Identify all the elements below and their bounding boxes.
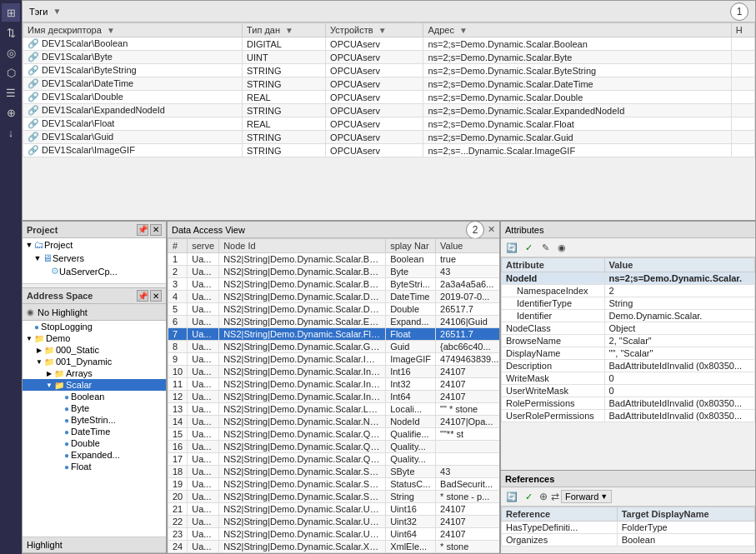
- data-access-close[interactable]: ✕: [488, 224, 495, 235]
- data-access-row[interactable]: 8 Ua... NS2|String|Demo.Dynamic.Scalar.G…: [168, 341, 500, 353]
- address-tree-node[interactable]: ● StopLogging: [23, 321, 166, 332]
- address-tree-node[interactable]: ● Byte: [23, 402, 166, 414]
- data-access-row[interactable]: 24 Ua... NS2|String|Demo.Dynamic.Scalar.…: [168, 541, 500, 553]
- tag-address: ns=2;s=...Dynamic.Scalar.ImageGIF: [423, 144, 731, 157]
- data-access-row[interactable]: 17 Ua... NS2|String|Demo.Dynamic.Scalar.…: [168, 453, 500, 466]
- ref-row[interactable]: Organizes Boolean: [502, 534, 755, 547]
- tags-table-row[interactable]: 🔗DEV1Scalar\Guid STRING OPCUAserv ns=2;s…: [23, 131, 755, 144]
- address-tree-node[interactable]: ▼ 📁 Scalar: [23, 379, 166, 391]
- tags-table-row[interactable]: 🔗DEV1Scalar\Float REAL OPCUAserv ns=2;s=…: [23, 117, 755, 131]
- address-tree-node[interactable]: ● DateTime: [23, 426, 166, 437]
- tree-node-project[interactable]: ▼ 🗂 Project: [23, 238, 166, 252]
- col-nodeid: Node Id: [219, 239, 386, 253]
- data-access-row[interactable]: 18 Ua... NS2|String|Demo.Dynamic.Scalar.…: [168, 466, 500, 478]
- attributes-scroll[interactable]: Attribute Value NodeId ns=2;s=Demo.Dynam…: [501, 257, 755, 470]
- tags-table-row[interactable]: 🔗DEV1Scalar\DateTime STRING OPCUAserv ns…: [23, 77, 755, 91]
- tree-node-servers[interactable]: ▼ 🖥 Servers: [23, 252, 166, 265]
- data-access-row[interactable]: 6 Ua... NS2|String|Demo.Dynamic.Scalar.E…: [168, 316, 500, 328]
- data-access-scroll[interactable]: # serve Node Id splay Nar Value 1 Ua... …: [168, 238, 499, 553]
- tree-arrow: ▶: [34, 347, 44, 354]
- attr-row[interactable]: RolePermissions BadAttributeIdInvalid (0…: [502, 397, 755, 410]
- attr-name: Description: [502, 360, 605, 372]
- toolbar-btn-doc[interactable]: ☰: [2, 83, 20, 102]
- attr-row[interactable]: Identifier Demo.Dynamic.Scalar.: [502, 310, 755, 322]
- attr-row[interactable]: NodeId ns=2;s=Demo.Dynamic.Scalar.: [502, 272, 755, 285]
- attr-row[interactable]: WriteMask 0: [502, 372, 755, 385]
- references-scroll[interactable]: Reference Target DisplayName HasTypeDefi…: [501, 507, 755, 553]
- address-space-close-btn[interactable]: ✕: [150, 290, 162, 302]
- data-access-row[interactable]: 23 Ua... NS2|String|Demo.Dynamic.Scalar.…: [168, 528, 500, 541]
- address-tree-node[interactable]: ▼ 📁 001_Dynamic: [23, 356, 166, 367]
- data-access-row[interactable]: 13 Ua... NS2|String|Demo.Dynamic.Scalar.…: [168, 403, 500, 416]
- address-space-pin-btn[interactable]: 📌: [137, 290, 148, 302]
- ref-check-btn[interactable]: ✓: [521, 489, 536, 504]
- toolbar-btn-arrows[interactable]: ⇅: [2, 23, 20, 42]
- toolbar-btn-network[interactable]: ⊞: [2, 3, 20, 22]
- ref-row[interactable]: HasTypeDefiniti... FolderType: [502, 522, 755, 534]
- tag-type: UINT: [243, 51, 326, 64]
- attr-row[interactable]: IdentifierType String: [502, 297, 755, 310]
- data-access-row[interactable]: 9 Ua... NS2|String|Demo.Dynamic.Scalar.I…: [168, 353, 500, 366]
- attr-circle-btn[interactable]: ◉: [554, 240, 569, 255]
- da-display: Double: [386, 303, 436, 316]
- address-tree-node[interactable]: ● ByteStrin...: [23, 414, 166, 426]
- tags-table-row[interactable]: 🔗DEV1Scalar\Double REAL OPCUAserv ns=2;s…: [23, 91, 755, 104]
- attr-row[interactable]: BrowseName 2, "Scalar": [502, 335, 755, 347]
- data-access-row[interactable]: 14 Ua... NS2|String|Demo.Dynamic.Scalar.…: [168, 416, 500, 428]
- ref-refresh-btn[interactable]: 🔄: [504, 489, 519, 504]
- attr-row[interactable]: UserWriteMask 0: [502, 385, 755, 397]
- tags-table-scroll[interactable]: Имя дескриптора ▼ Тип дан ▼ Устройств ▼ …: [23, 22, 755, 157]
- tags-table-body: 🔗DEV1Scalar\Boolean DIGITAL OPCUAserv ns…: [23, 37, 755, 157]
- data-access-row[interactable]: 19 Ua... NS2|String|Demo.Dynamic.Scalar.…: [168, 478, 500, 491]
- toolbar-btn-plus[interactable]: ⊕: [2, 103, 20, 122]
- attr-edit-btn[interactable]: ✎: [538, 240, 553, 255]
- data-access-row[interactable]: 3 Ua... NS2|String|Demo.Dynamic.Scalar.B…: [168, 278, 500, 291]
- address-tree-node[interactable]: ● Float: [23, 461, 166, 472]
- data-access-row[interactable]: 1 Ua... NS2|String|Demo.Dynamic.Scalar.B…: [168, 253, 500, 266]
- address-tree-node[interactable]: ▼ 📁 Demo: [23, 332, 166, 344]
- attr-check-btn[interactable]: ✓: [521, 240, 536, 255]
- da-display: Quality...: [386, 441, 436, 453]
- address-tree-node[interactable]: ● Boolean: [23, 391, 166, 402]
- address-tree-node[interactable]: ▶ 📁 Arrays: [23, 367, 166, 379]
- attr-row[interactable]: UserRolePermissions BadAttributeIdInvali…: [502, 410, 755, 422]
- data-access-row[interactable]: 11 Ua... NS2|String|Demo.Dynamic.Scalar.…: [168, 378, 500, 391]
- attr-row[interactable]: NamespaceIndex 2: [502, 285, 755, 297]
- attr-row[interactable]: NodeClass Object: [502, 322, 755, 335]
- data-access-row[interactable]: 16 Ua... NS2|String|Demo.Dynamic.Scalar.…: [168, 441, 500, 453]
- data-access-row[interactable]: 20 Ua... NS2|String|Demo.Dynamic.Scalar.…: [168, 491, 500, 503]
- da-value: 24107: [436, 366, 499, 378]
- tags-table-row[interactable]: 🔗DEV1Scalar\Byte UINT OPCUAserv ns=2;s=D…: [23, 51, 755, 64]
- attr-refresh-btn[interactable]: 🔄: [504, 240, 519, 255]
- data-access-row[interactable]: 15 Ua... NS2|String|Demo.Dynamic.Scalar.…: [168, 428, 500, 441]
- toolbar-btn-down[interactable]: ↓: [2, 123, 20, 142]
- da-value: 24107: [436, 528, 499, 541]
- toolbar-btn-circle[interactable]: ◎: [2, 43, 20, 62]
- data-access-row[interactable]: 4 Ua... NS2|String|Demo.Dynamic.Scalar.D…: [168, 291, 500, 303]
- da-display: Quality...: [386, 453, 436, 466]
- data-access-row[interactable]: 2 Ua... NS2|String|Demo.Dynamic.Scalar.B…: [168, 266, 500, 278]
- tags-table-row[interactable]: 🔗DEV1Scalar\ImageGIF STRING OPCUAserv ns…: [23, 144, 755, 157]
- address-space-tree-scroll[interactable]: ● StopLogging ▼ 📁 Demo ▶ 📁 000_Static ▼ …: [23, 321, 166, 537]
- toolbar-btn-shield[interactable]: ⬡: [2, 63, 20, 82]
- attr-row[interactable]: DisplayName "", "Scalar": [502, 347, 755, 360]
- project-tree[interactable]: ▼ 🗂 Project ▼ 🖥 Servers ⚙ UaServerCp...: [23, 238, 166, 284]
- tree-node-uaserver[interactable]: ⚙ UaServerCp...: [23, 265, 166, 277]
- address-tree-node[interactable]: ● Double: [23, 437, 166, 449]
- tags-table-row[interactable]: 🔗DEV1Scalar\ExpandedNodeId STRING OPCUAs…: [23, 104, 755, 117]
- forward-button[interactable]: Forward ▼: [561, 490, 612, 503]
- data-access-row[interactable]: 7 Ua... NS2|String|Demo.Dynamic.Scalar.F…: [168, 328, 500, 341]
- data-access-row[interactable]: 12 Ua... NS2|String|Demo.Dynamic.Scalar.…: [168, 391, 500, 403]
- data-access-row[interactable]: 21 Ua... NS2|String|Demo.Dynamic.Scalar.…: [168, 503, 500, 516]
- data-access-row[interactable]: 10 Ua... NS2|String|Demo.Dynamic.Scalar.…: [168, 366, 500, 378]
- data-access-row[interactable]: 5 Ua... NS2|String|Demo.Dynamic.Scalar.D…: [168, 303, 500, 316]
- address-tree-node[interactable]: ● Expanded...: [23, 449, 166, 461]
- da-value: 24107: [436, 378, 499, 391]
- attr-row[interactable]: Description BadAttributeIdInvalid (0x803…: [502, 360, 755, 372]
- tags-table-row[interactable]: 🔗DEV1Scalar\ByteString STRING OPCUAserv …: [23, 64, 755, 77]
- data-access-row[interactable]: 22 Ua... NS2|String|Demo.Dynamic.Scalar.…: [168, 516, 500, 528]
- address-tree-node[interactable]: ▶ 📁 000_Static: [23, 344, 166, 356]
- project-pin-btn[interactable]: 📌: [137, 224, 148, 236]
- tags-table-row[interactable]: 🔗DEV1Scalar\Boolean DIGITAL OPCUAserv ns…: [23, 37, 755, 51]
- project-close-btn[interactable]: ✕: [150, 224, 162, 236]
